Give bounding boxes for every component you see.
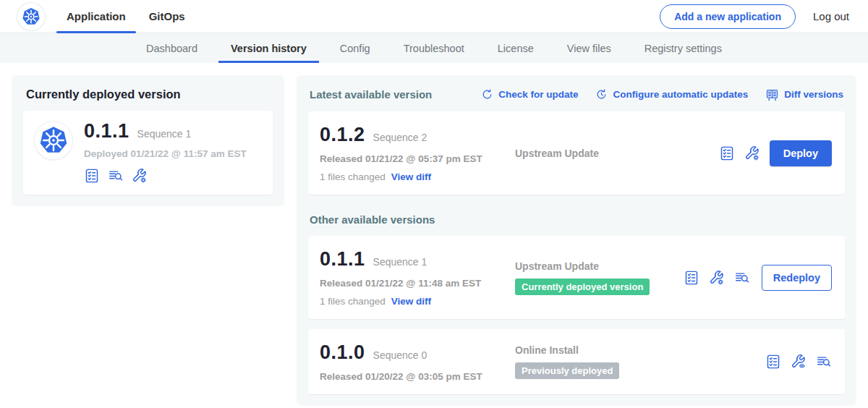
subnav-tab-version-history[interactable]: Version history xyxy=(218,33,319,63)
available-versions-panel: Latest available version Check for updat… xyxy=(297,75,856,406)
tab-gitops[interactable]: GitOps xyxy=(137,0,197,33)
subnav-tab-config[interactable]: Config xyxy=(328,33,383,63)
configure-automatic-updates-link[interactable]: Configure automatic updates xyxy=(595,88,748,101)
files-changed-label: 1 files changed xyxy=(320,296,386,307)
diff-versions-label: Diff versions xyxy=(784,89,843,100)
version-number: 0.1.2 xyxy=(320,124,365,146)
view-diff-link[interactable]: View diff xyxy=(391,296,431,307)
version-sequence: Sequence 0 xyxy=(373,349,427,361)
subnav-tab-view-files-label: View files xyxy=(567,43,611,54)
subnav-tab-registry-settings[interactable]: Registry settings xyxy=(632,33,734,63)
preflight-checklist-icon[interactable] xyxy=(84,168,100,184)
subnav-tab-registry-settings-label: Registry settings xyxy=(644,43,722,54)
deployed-sequence: Sequence 1 xyxy=(137,128,192,140)
panel-header-actions: Check for update Configure automatic upd… xyxy=(481,88,843,101)
deployed-version-info: 0.1.1 Sequence 1 Deployed 01/21/22 @ 11:… xyxy=(84,120,247,184)
topnav-tabs: Application GitOps xyxy=(55,0,197,33)
subnav-tab-troubleshoot-label: Troubleshoot xyxy=(404,43,464,54)
preflight-checklist-icon[interactable] xyxy=(684,270,699,286)
deployed-timestamp: Deployed 01/21/22 @ 11:57 am EST xyxy=(84,148,247,159)
topnav-right: Add a new application Log out xyxy=(660,4,849,29)
diff-versions-link[interactable]: Diff versions xyxy=(765,88,843,101)
version-sequence: Sequence 1 xyxy=(373,256,427,268)
latest-available-title: Latest available version xyxy=(310,88,432,101)
edit-config-icon[interactable] xyxy=(744,145,760,161)
subnav-tab-version-history-label: Version history xyxy=(231,43,307,54)
check-for-update-label: Check for update xyxy=(498,89,578,100)
deployed-version-card: 0.1.1 Sequence 1 Deployed 01/21/22 @ 11:… xyxy=(23,111,273,195)
subnav-tab-dashboard[interactable]: Dashboard xyxy=(134,33,210,63)
deploy-logs-icon[interactable] xyxy=(734,270,750,286)
deploy-button[interactable]: Deploy xyxy=(770,140,832,166)
version-card-0-1-1: 0.1.1 Sequence 1 Released 01/21/22 @ 11:… xyxy=(308,236,845,319)
subnav-tab-troubleshoot[interactable]: Troubleshoot xyxy=(391,33,477,63)
schedule-update-icon xyxy=(595,88,608,101)
logout-link[interactable]: Log out xyxy=(813,10,849,22)
main-content: Currently deployed version 0.1.1 Sequenc… xyxy=(0,63,868,408)
version-source: Upstream Update xyxy=(515,260,684,272)
deployed-version-number: 0.1.1 xyxy=(84,120,129,143)
files-changed-label: 1 files changed xyxy=(320,171,386,182)
subnav-tab-dashboard-label: Dashboard xyxy=(146,43,197,54)
version-number: 0.1.0 xyxy=(320,341,365,364)
edit-config-icon[interactable] xyxy=(709,270,725,286)
other-versions-title: Other available versions xyxy=(310,213,843,226)
version-source: Upstream Update xyxy=(515,148,719,159)
version-number: 0.1.1 xyxy=(320,248,365,271)
subnav-tab-view-files[interactable]: View files xyxy=(555,33,624,63)
tab-application-label: Application xyxy=(67,10,126,22)
currently-deployed-badge: Currently deployed version xyxy=(515,279,650,295)
released-timestamp: Released 01/21/22 @ 05:37 pm EST xyxy=(320,153,506,164)
released-timestamp: Released 01/21/22 @ 11:48 am EST xyxy=(320,278,506,289)
add-application-button[interactable]: Add a new application xyxy=(660,4,796,29)
currently-deployed-panel: Currently deployed version 0.1.1 Sequenc… xyxy=(12,75,284,206)
version-source: Online Install xyxy=(515,344,765,356)
previously-deployed-badge: Previously deployed xyxy=(515,362,619,379)
preflight-checklist-icon[interactable] xyxy=(719,145,735,161)
preflight-checklist-icon[interactable] xyxy=(765,354,781,370)
subnav-tab-license[interactable]: License xyxy=(485,33,546,63)
top-nav: Application GitOps Add a new application… xyxy=(0,0,868,33)
diff-icon xyxy=(765,88,779,101)
redeploy-button[interactable]: Redeploy xyxy=(762,265,832,291)
view-diff-link[interactable]: View diff xyxy=(391,171,431,182)
version-card-0-1-0: 0.1.0 Sequence 0 Released 01/20/22 @ 03:… xyxy=(308,329,845,394)
refresh-icon xyxy=(481,88,493,101)
view-config-icon[interactable] xyxy=(791,354,807,370)
released-timestamp: Released 01/20/22 @ 03:05 pm EST xyxy=(320,371,506,382)
subnav-tab-config-label: Config xyxy=(340,43,370,54)
version-card-0-1-2: 0.1.2 Sequence 2 Released 01/21/22 @ 05:… xyxy=(308,111,845,195)
currently-deployed-title: Currently deployed version xyxy=(26,88,273,101)
configure-automatic-updates-label: Configure automatic updates xyxy=(613,89,748,100)
kubernetes-logo xyxy=(17,3,45,30)
version-sequence: Sequence 2 xyxy=(373,132,427,143)
app-sub-nav: Dashboard Version history Config Trouble… xyxy=(0,33,868,63)
tab-application[interactable]: Application xyxy=(55,0,137,33)
check-for-update-link[interactable]: Check for update xyxy=(481,88,578,101)
tab-gitops-label: GitOps xyxy=(149,10,185,22)
app-logo-kubernetes xyxy=(35,122,72,159)
edit-config-icon[interactable] xyxy=(132,168,148,184)
subnav-tab-license-label: License xyxy=(498,43,534,54)
deploy-logs-icon[interactable] xyxy=(816,354,832,370)
deploy-logs-icon[interactable] xyxy=(108,168,124,184)
